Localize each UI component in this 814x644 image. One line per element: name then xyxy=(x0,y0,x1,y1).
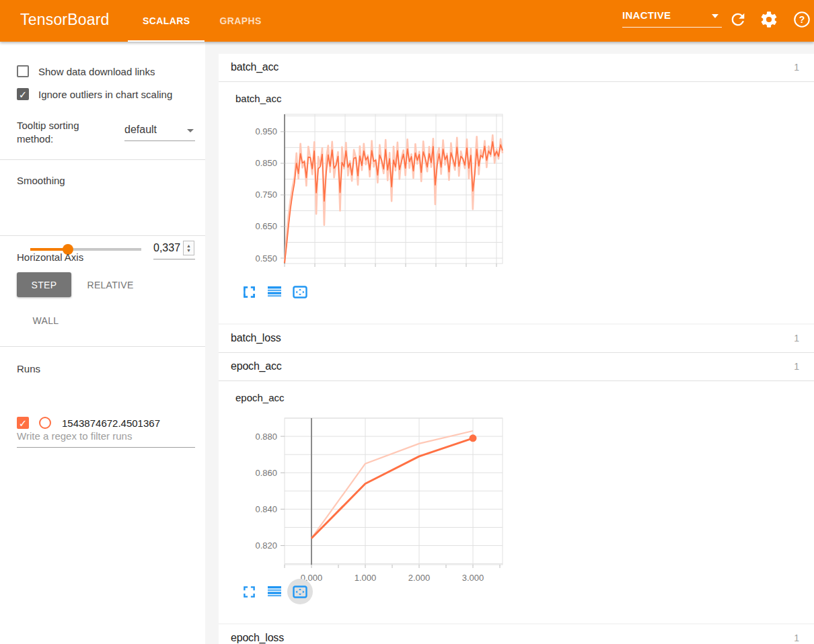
y-tick-label: 0.840 xyxy=(255,504,277,514)
axis-step-button[interactable]: STEP xyxy=(17,272,71,297)
y-tick-label: 0.820 xyxy=(255,540,277,551)
checkbox-unchecked-icon xyxy=(17,65,29,77)
fit-domain-icon[interactable] xyxy=(292,583,308,600)
y-tick-label: 0.850 xyxy=(255,158,277,168)
divider xyxy=(0,346,205,347)
horizontal-axis-label: Horizontal Axis xyxy=(17,251,83,263)
divider xyxy=(0,235,205,236)
epoch-acc-chart[interactable]: 0.8200.8400.8600.8800.0001.0002.0003.000 xyxy=(225,417,508,589)
number-stepper[interactable]: ▲ ▼ xyxy=(183,241,194,255)
spacer xyxy=(219,42,814,54)
y-tick-label: 0.750 xyxy=(255,190,277,200)
section-header-epoch-acc[interactable]: epoch_acc 1 xyxy=(219,353,814,381)
y-tick-label: 0.550 xyxy=(255,253,277,264)
run-filter-input[interactable]: Write a regex to filter runs xyxy=(17,430,195,448)
tooltip-sorting-label: Tooltip sorting method: xyxy=(17,119,104,146)
expand-chart-icon[interactable] xyxy=(241,284,257,300)
status-dropdown[interactable]: INACTIVE xyxy=(622,9,722,28)
section-header-epoch-loss[interactable]: epoch_loss 1 xyxy=(219,625,814,644)
fit-domain-icon[interactable] xyxy=(292,284,308,300)
batch-acc-chart[interactable]: 0.5500.6500.7500.8500.950 xyxy=(225,113,508,272)
active-tab-underline xyxy=(128,40,205,42)
axis-relative-button[interactable]: RELATIVE xyxy=(79,272,141,297)
epoch-acc-card: epoch_acc 0.8200.8400.8600.8800.0001.000… xyxy=(219,381,814,623)
y-tick-label: 0.860 xyxy=(255,468,277,478)
tooltip-sorting-dropdown[interactable]: default xyxy=(124,124,195,141)
smoothing-slider[interactable] xyxy=(30,248,141,251)
log-scale-lines-icon[interactable] xyxy=(266,284,283,300)
help-icon[interactable]: ? xyxy=(792,10,811,29)
chart-count-badge: 1 xyxy=(794,333,799,344)
section-header-batch-loss[interactable]: batch_loss 1 xyxy=(219,325,814,353)
svg-text:?: ? xyxy=(799,14,805,25)
run-color-swatch-icon xyxy=(39,417,51,429)
tab-bar: SCALARS GRAPHS xyxy=(128,0,276,42)
dashboard-content: batch_acc 1 batch_acc 0.5500.6500.7500.8… xyxy=(219,42,814,644)
chart-count-badge: 1 xyxy=(794,62,799,73)
y-tick-label: 0.950 xyxy=(255,126,277,136)
chevron-down-icon xyxy=(712,14,718,18)
batch-acc-card: batch_acc 0.5500.6500.7500.8500.950 xyxy=(219,82,814,323)
x-tick-label: 2.000 xyxy=(408,573,431,583)
checkbox-checked-icon: ✓ xyxy=(17,88,29,100)
chevron-down-icon xyxy=(187,129,194,132)
stepper-down-icon[interactable]: ▼ xyxy=(186,248,191,253)
divider xyxy=(0,159,205,160)
runs-label: Runs xyxy=(17,363,40,374)
app-title: TensorBoard xyxy=(20,11,110,29)
stepper-up-icon[interactable]: ▲ xyxy=(186,243,191,248)
chart-toolbar xyxy=(241,284,318,300)
smoothing-label: Smoothing xyxy=(17,175,65,186)
y-tick-label: 0.650 xyxy=(255,221,277,231)
tab-scalars[interactable]: SCALARS xyxy=(128,0,205,42)
settings-gear-icon[interactable] xyxy=(760,10,778,29)
run-name: 1543874672.4501367 xyxy=(62,417,160,429)
x-tick-label: 1.000 xyxy=(355,573,377,583)
series-end-dot[interactable] xyxy=(470,434,477,442)
smoothing-value-input[interactable]: 0,337 ▲ ▼ xyxy=(153,241,195,259)
chart-title: batch_acc xyxy=(235,93,281,104)
tab-graphs[interactable]: GRAPHS xyxy=(205,0,276,42)
chart-toolbar xyxy=(241,583,318,600)
chart-title: epoch_acc xyxy=(235,392,285,403)
y-tick-label: 0.880 xyxy=(255,432,277,442)
settings-sidebar: Show data download links ✓ Ignore outlie… xyxy=(0,42,205,644)
expand-chart-icon[interactable] xyxy=(241,583,257,600)
show-download-links-checkbox[interactable]: Show data download links xyxy=(17,65,197,77)
app-header: TensorBoard SCALARS GRAPHS INACTIVE ? xyxy=(0,0,814,42)
refresh-icon[interactable] xyxy=(729,10,747,29)
run-item[interactable]: ✓ 1543874672.4501367 xyxy=(17,417,197,429)
axis-wall-button[interactable]: WALL xyxy=(26,308,66,333)
raw-series-line xyxy=(285,135,503,263)
chart-count-badge: 1 xyxy=(794,633,799,643)
run-checkbox-checked-icon[interactable]: ✓ xyxy=(17,417,29,429)
log-scale-lines-icon[interactable] xyxy=(266,583,283,600)
section-header-batch-acc[interactable]: batch_acc 1 xyxy=(219,54,814,82)
chart-count-badge: 1 xyxy=(794,361,799,372)
ignore-outliers-checkbox[interactable]: ✓ Ignore outliers in chart scaling xyxy=(17,88,197,100)
x-tick-label: 3.000 xyxy=(462,573,484,583)
